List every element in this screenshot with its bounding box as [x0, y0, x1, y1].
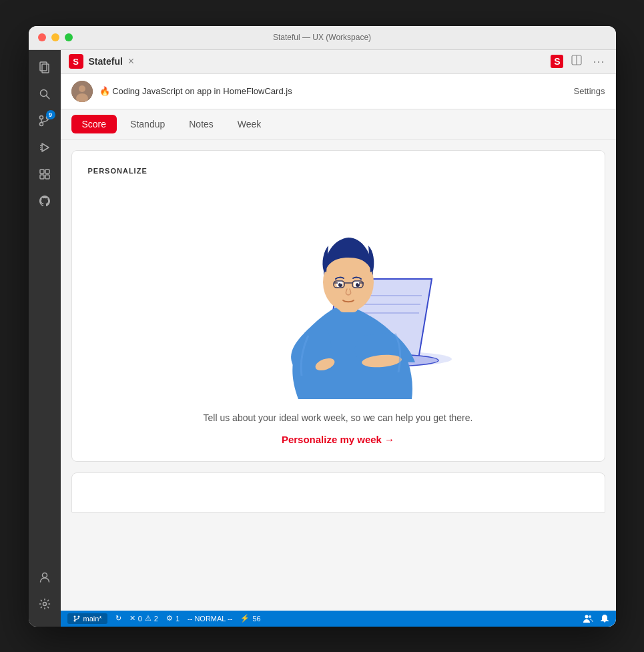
- svg-point-40: [73, 615, 75, 617]
- statusbar-right: [583, 613, 609, 624]
- activity-icon-run-debug[interactable]: [33, 135, 57, 159]
- partial-card: [71, 472, 605, 513]
- svg-point-36: [340, 283, 342, 284]
- collab-icon: [583, 613, 593, 624]
- activity-icon-settings[interactable]: [33, 592, 57, 616]
- svg-point-35: [356, 283, 360, 287]
- personalize-card: PERSONALIZE: [71, 150, 605, 462]
- stateful-icon[interactable]: S: [551, 55, 563, 68]
- svg-line-3: [46, 95, 49, 99]
- activity-description: Coding JavaScript on app in HomeFlowCard…: [112, 86, 292, 96]
- statusbar: main* ↻ ✕ 0 ⚠ 2 ⚙ 1: [61, 611, 616, 627]
- card-personalize-inner: PERSONALIZE: [72, 151, 605, 461]
- person-illustration: [225, 186, 452, 399]
- tabbar: S Stateful × S ···: [61, 50, 616, 74]
- branch-name: main*: [83, 615, 102, 623]
- activity-bar-top: 9: [33, 55, 57, 565]
- svg-point-41: [77, 615, 79, 617]
- mode-text: -- NORMAL --: [188, 615, 232, 623]
- app-window: Stateful — UX (Workspace): [29, 26, 616, 627]
- statusbar-score[interactable]: ⚡ 56: [240, 614, 260, 623]
- bell-icon: [600, 614, 609, 623]
- tab-close-button[interactable]: ×: [128, 56, 134, 67]
- settings-link[interactable]: Settings: [574, 86, 605, 96]
- logo-text: Stateful: [89, 56, 123, 67]
- svg-point-16: [43, 602, 46, 605]
- header-bar: 🔥 Coding JavaScript on app in HomeFlowCa…: [61, 74, 616, 109]
- card-description: Tell us about your ideal work week, so w…: [204, 412, 473, 423]
- close-button[interactable]: [38, 33, 46, 41]
- error-count: 0: [138, 615, 142, 623]
- statusbar-notifications[interactable]: [600, 614, 609, 623]
- sync-icon: ↻: [115, 614, 121, 623]
- tabbar-actions: S ···: [551, 52, 607, 71]
- activity-icon-source-control[interactable]: 9: [33, 109, 57, 133]
- lightning-icon: ⚡: [240, 614, 250, 623]
- titlebar: Stateful — UX (Workspace): [29, 26, 616, 50]
- statusbar-sync[interactable]: ↻: [115, 614, 121, 623]
- branch-icon: [73, 615, 81, 623]
- content-area[interactable]: PERSONALIZE: [61, 139, 616, 611]
- more-actions-icon[interactable]: ···: [590, 52, 607, 71]
- svg-rect-0: [40, 62, 47, 71]
- warning-icon: ⚠: [145, 614, 151, 623]
- task-count: 1: [176, 615, 180, 623]
- statusbar-left: main* ↻ ✕ 0 ⚠ 2 ⚙ 1: [67, 613, 261, 624]
- activity-icon-account[interactable]: [33, 565, 57, 589]
- avatar-image: [71, 81, 93, 102]
- svg-point-15: [42, 573, 47, 577]
- activity-icon-github[interactable]: [33, 189, 57, 213]
- panel: S Stateful × S ···: [61, 50, 616, 627]
- statusbar-mode: -- NORMAL --: [188, 615, 232, 623]
- score-value: 56: [252, 615, 260, 623]
- logo-s-icon: S: [69, 54, 83, 69]
- task-icon: ⚙: [166, 614, 173, 623]
- nav-tab-week[interactable]: Week: [227, 115, 272, 133]
- main-layout: 9: [29, 50, 616, 627]
- card-label: PERSONALIZE: [88, 167, 147, 175]
- error-icon: ✕: [129, 614, 135, 623]
- split-editor-icon[interactable]: [569, 52, 585, 71]
- nav-tab-standup[interactable]: Standup: [119, 115, 176, 133]
- statusbar-branch[interactable]: main*: [67, 613, 107, 624]
- source-control-badge: 9: [46, 110, 55, 119]
- activity-icon-files[interactable]: [33, 55, 57, 79]
- stateful-logo: S Stateful: [69, 54, 123, 69]
- nav-tabs: Score Standup Notes Week: [61, 109, 616, 139]
- statusbar-errors[interactable]: ✕ 0 ⚠ 2: [129, 614, 158, 623]
- maximize-button[interactable]: [65, 33, 73, 41]
- header-activity-text: 🔥 Coding JavaScript on app in HomeFlowCa…: [99, 86, 292, 96]
- svg-point-44: [585, 615, 588, 618]
- activity-bar: 9: [29, 50, 61, 627]
- activity-icon-search[interactable]: [33, 82, 57, 106]
- warning-count: 2: [154, 615, 158, 623]
- window-controls: [38, 33, 73, 41]
- header-left: 🔥 Coding JavaScript on app in HomeFlowCa…: [71, 81, 292, 102]
- statusbar-tasks[interactable]: ⚙ 1: [166, 614, 180, 623]
- svg-point-37: [358, 283, 359, 284]
- fire-icon: 🔥: [99, 86, 110, 96]
- personalize-cta-link[interactable]: Personalize my week →: [282, 434, 394, 445]
- svg-rect-14: [45, 175, 49, 179]
- statusbar-collab[interactable]: [583, 613, 593, 624]
- window-title: Stateful — UX (Workspace): [273, 33, 371, 42]
- svg-rect-1: [42, 64, 49, 73]
- svg-marker-7: [42, 143, 49, 151]
- svg-rect-12: [45, 170, 49, 174]
- svg-rect-13: [40, 175, 44, 179]
- activity-icon-extensions[interactable]: [33, 162, 57, 186]
- nav-tab-notes[interactable]: Notes: [178, 115, 224, 133]
- nav-tab-score[interactable]: Score: [71, 115, 117, 133]
- svg-point-34: [338, 283, 342, 287]
- svg-rect-11: [40, 170, 44, 174]
- svg-point-20: [79, 85, 85, 92]
- activity-bar-bottom: [33, 565, 57, 621]
- avatar: [71, 81, 93, 102]
- minimize-button[interactable]: [51, 33, 59, 41]
- svg-point-45: [589, 615, 591, 618]
